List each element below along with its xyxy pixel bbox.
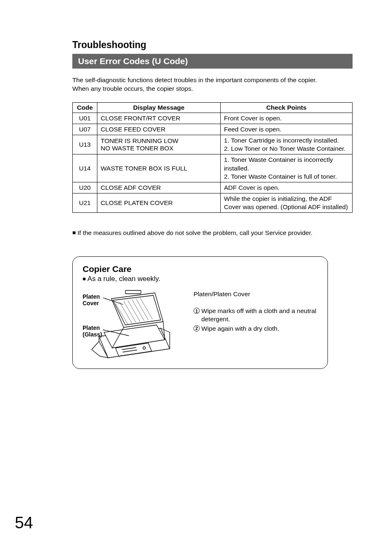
cell-code: U14 <box>73 154 97 182</box>
cell-check: While the copier is initializing, the AD… <box>221 193 353 212</box>
care-subtitle-text: As a rule, clean weekly. <box>88 275 160 283</box>
heading-bar: User Error Codes (U Code) <box>72 54 353 69</box>
intro-text: The self-diagnostic functions detect tro… <box>72 76 353 93</box>
cell-code: U07 <box>73 124 97 135</box>
table-row: U01CLOSE FRONT/RT COVERFront Cover is op… <box>73 113 353 124</box>
copier-care-box: Copier Care ■As a rule, clean weekly. <box>72 256 328 369</box>
cell-display: TONER IS RUNNING LOW NO WASTE TONER BOX <box>97 135 221 154</box>
care-step-1-text: Wipe marks off with a cloth and a neutra… <box>201 307 318 323</box>
cell-display: CLOSE FRONT/RT COVER <box>97 113 221 124</box>
care-title: Copier Care <box>83 264 318 274</box>
circled-1-icon: 1 <box>194 308 200 314</box>
cell-display: CLOSE ADF COVER <box>97 182 221 193</box>
care-right-header: Platen/Platen Cover <box>194 290 318 298</box>
table-header-row: Code Display Message Check Points <box>73 102 353 113</box>
svg-line-5 <box>123 350 137 352</box>
cell-check: 1. Toner Waste Container is incorrectly … <box>221 154 353 182</box>
care-instructions: Platen/Platen Cover 1 Wipe marks off wit… <box>194 287 318 360</box>
note-text: If the measures outlined above do not so… <box>77 229 312 236</box>
table-row: U21CLOSE PLATEN COVERWhile the copier is… <box>73 193 353 212</box>
intro-line-2: When any trouble occurs, the copier stop… <box>72 85 193 92</box>
label-platen-glass: Platen (Glass) <box>83 325 102 338</box>
cell-code: U21 <box>73 193 97 212</box>
intro-line-1: The self-diagnostic functions detect tro… <box>72 76 317 83</box>
circled-2-icon: 2 <box>194 325 200 332</box>
table-row: U07CLOSE FEED COVERFeed Cover is open. <box>73 124 353 135</box>
cell-code: U20 <box>73 182 97 193</box>
cell-check: Feed Cover is open. <box>221 124 353 135</box>
cell-display: CLOSE FEED COVER <box>97 124 221 135</box>
table-row: U14WASTE TONER BOX IS FULL1. Toner Waste… <box>73 154 353 182</box>
care-step-2: 2 Wipe again with a dry cloth. <box>194 325 318 333</box>
table-row: U20CLOSE ADF COVERADF Cover is open. <box>73 182 353 193</box>
svg-rect-2 <box>125 290 141 294</box>
svg-line-4 <box>122 348 136 350</box>
th-check: Check Points <box>221 102 353 113</box>
bullet-square-icon: ■ <box>72 229 76 236</box>
bullet-square-icon: ■ <box>83 276 86 282</box>
care-step-1: 1 Wipe marks off with a cloth and a neut… <box>194 307 318 323</box>
cell-code: U13 <box>73 135 97 154</box>
cell-code: U01 <box>73 113 97 124</box>
page-number: 54 <box>15 514 33 532</box>
error-codes-table: Code Display Message Check Points U01CLO… <box>72 102 353 213</box>
cell-check: 1. Toner Cartridge is incorrectly instal… <box>221 135 353 154</box>
cell-check: Front Cover is open. <box>221 113 353 124</box>
cell-display: WASTE TONER BOX IS FULL <box>97 154 221 182</box>
note-line: ■If the measures outlined above do not s… <box>72 229 353 237</box>
label-platen-cover: Platen Cover <box>83 294 100 306</box>
cell-display: CLOSE PLATEN COVER <box>97 193 221 212</box>
th-display: Display Message <box>97 102 221 113</box>
cell-check: ADF Cover is open. <box>221 182 353 193</box>
section-title: Troubleshooting <box>72 39 353 51</box>
th-code: Code <box>73 102 97 113</box>
care-step-2-text: Wipe again with a dry cloth. <box>201 325 279 333</box>
care-subtitle: ■As a rule, clean weekly. <box>83 275 318 283</box>
table-row: U13TONER IS RUNNING LOW NO WASTE TONER B… <box>73 135 353 154</box>
copier-illustration: Platen Cover Platen (Glass) <box>83 287 175 360</box>
svg-point-3 <box>143 347 145 349</box>
